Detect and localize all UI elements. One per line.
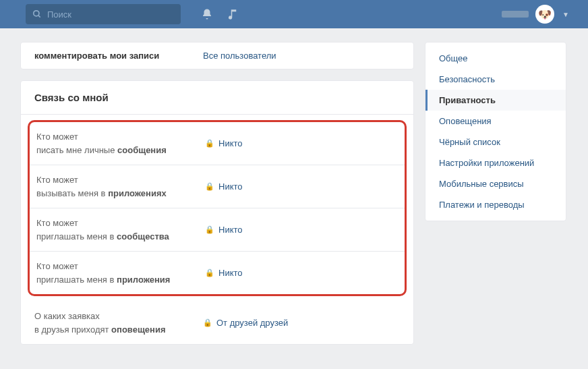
- top-right: 🐶 ▼: [502, 5, 583, 24]
- setting-label: Кто можетприглашать меня в приложения: [36, 260, 205, 286]
- setting-row: Кто можетвызывать меня в приложениях🔒Ник…: [30, 165, 405, 208]
- prev-setting-label: комментировать мои записи: [34, 51, 203, 61]
- sidebar-item[interactable]: Платежи и переводы: [425, 194, 566, 215]
- sidebar-item[interactable]: Безопасность: [425, 69, 566, 90]
- container: комментировать мои записи Все пользовате…: [0, 28, 587, 369]
- sidebar-card: ОбщееБезопасностьПриватностьОповещенияЧё…: [425, 42, 566, 221]
- avatar[interactable]: 🐶: [535, 5, 554, 24]
- contact-section-card: Связь со мной Кто можетписать мне личные…: [20, 80, 414, 345]
- lock-icon: 🔒: [205, 139, 214, 148]
- outside-setting-label: О каких заявках в друзья приходят оповещ…: [34, 310, 203, 336]
- sidebar: ОбщееБезопасностьПриватностьОповещенияЧё…: [425, 42, 566, 356]
- sidebar-item[interactable]: Настройки приложений: [425, 152, 566, 173]
- section-title: Связь со мной: [21, 81, 413, 115]
- lock-icon: 🔒: [205, 225, 214, 234]
- search-input[interactable]: [47, 9, 174, 20]
- lock-icon: 🔒: [205, 182, 214, 191]
- setting-value[interactable]: 🔒Никто: [205, 138, 243, 148]
- username-placeholder: [502, 11, 529, 18]
- setting-value[interactable]: 🔒Никто: [205, 225, 243, 235]
- outside-setting-row: О каких заявках в друзья приходят оповещ…: [21, 302, 413, 344]
- main-content: комментировать мои записи Все пользовате…: [20, 42, 414, 356]
- sidebar-item[interactable]: Общее: [425, 48, 566, 69]
- highlight-box: Кто можетписать мне личные сообщения🔒Ник…: [28, 120, 407, 296]
- music-icon[interactable]: [227, 8, 239, 20]
- setting-value[interactable]: 🔒Никто: [205, 181, 243, 192]
- setting-value[interactable]: 🔒Никто: [205, 268, 243, 278]
- sidebar-item[interactable]: Чёрный список: [425, 132, 566, 152]
- setting-row: Кто можетприглашать меня в приложения🔒Ни…: [30, 251, 405, 294]
- search-box[interactable]: [26, 4, 181, 24]
- prev-setting-row: комментировать мои записи Все пользовате…: [21, 42, 413, 69]
- svg-point-0: [34, 11, 39, 16]
- setting-label: Кто можетписать мне личные сообщения: [36, 130, 205, 157]
- svg-line-1: [38, 16, 40, 18]
- lock-icon: 🔒: [203, 318, 212, 327]
- outside-setting-value[interactable]: 🔒 От друзей друзей: [203, 318, 288, 328]
- sidebar-item[interactable]: Оповещения: [425, 111, 566, 132]
- top-icons: [201, 8, 239, 20]
- setting-label: Кто можетприглашать меня в сообщества: [36, 217, 205, 243]
- top-bar: 🐶 ▼: [0, 0, 588, 28]
- chevron-down-icon[interactable]: ▼: [562, 11, 569, 18]
- setting-label: Кто можетвызывать меня в приложениях: [36, 173, 205, 200]
- sidebar-item[interactable]: Приватность: [425, 90, 566, 111]
- search-icon: [32, 9, 42, 19]
- prev-setting-value[interactable]: Все пользователи: [203, 51, 276, 61]
- prev-section-card: комментировать мои записи Все пользовате…: [20, 42, 414, 69]
- setting-row: Кто можетприглашать меня в сообщества🔒Ни…: [30, 208, 405, 251]
- lock-icon: 🔒: [205, 268, 214, 277]
- notifications-icon[interactable]: [201, 8, 213, 20]
- sidebar-item[interactable]: Мобильные сервисы: [425, 173, 566, 194]
- setting-row: Кто можетписать мне личные сообщения🔒Ник…: [30, 122, 405, 165]
